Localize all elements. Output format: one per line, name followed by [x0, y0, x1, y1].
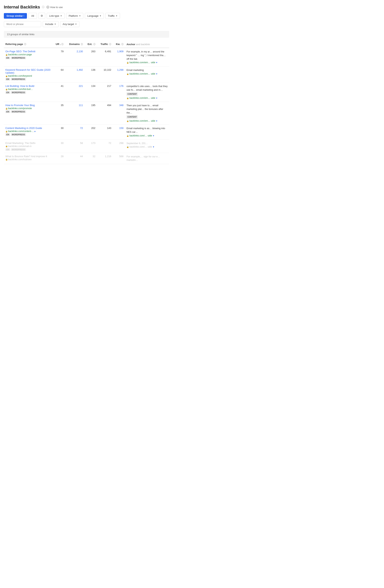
col-traffic[interactable]: Traffic ⓘ: [97, 41, 113, 48]
link-type-dropdown[interactable]: Link type ▼: [47, 13, 65, 19]
traffic-cell: 72: [97, 140, 113, 153]
anchor-expand-chevron[interactable]: ▼: [155, 120, 158, 122]
anchor-cell: Email marketing🔒 backlinko.com/em… uide …: [125, 66, 169, 83]
header-row: Internal Backlinks ⓘ ? How to use: [4, 5, 169, 10]
page-title-link[interactable]: Email Marketing: The Defin: [5, 142, 51, 145]
tags-row: ENWORDPRESS: [5, 91, 51, 94]
tags-row: ENWORDPRESS: [5, 133, 51, 136]
anchor-url-link[interactable]: 🔒 backlinko.com/… uide: [127, 134, 152, 137]
tag-wordpress: WORDPRESS: [11, 57, 26, 59]
col-ur[interactable]: UR ↓ⓘ: [52, 41, 65, 48]
toolbar: Group similar i All ⚙ Link type ▼ Platfo…: [4, 13, 169, 19]
title-info-icon[interactable]: ⓘ: [42, 5, 45, 9]
ur-cell: 41: [52, 83, 65, 102]
filter-row: Include ▼ Any target ▼: [4, 21, 169, 27]
page-title-link[interactable]: List Building: How to Build: [5, 84, 51, 87]
lock-icon: 🔒: [5, 75, 8, 77]
include-dropdown[interactable]: Include ▼: [43, 21, 59, 27]
page-url-link[interactable]: 🔒 backlinko.com/hub/seo: [5, 158, 32, 161]
word-phrase-input[interactable]: [4, 21, 41, 27]
tag-wordpress: WORDPRESS: [11, 110, 26, 113]
tag-en: EN: [5, 133, 10, 136]
table-row: Content Marketing in 2020 Guide🔒 backlin…: [4, 125, 169, 140]
platform-dropdown[interactable]: Platform ▼: [66, 13, 83, 19]
page-url-link[interactable]: 🔒 backlinko.com/content-…: [5, 130, 34, 133]
tag-en: EN: [5, 148, 10, 151]
language-arrow: ▼: [99, 15, 101, 17]
referring-page-cell: How to Promote Your Blog🔒 backlinko.com/…: [4, 102, 52, 125]
page-title-link[interactable]: What Is Bounce Rate? And improve It: [5, 155, 51, 158]
referring-page-cell: Keyword Research for SEC Guide (2020 Upd…: [4, 66, 52, 83]
page-title-link[interactable]: On-Page SEO: The Definiti: [5, 50, 51, 53]
ur-cell: 35: [52, 102, 65, 125]
col-kw[interactable]: Kw. ⓘ: [113, 41, 125, 48]
page-url-link[interactable]: 🔒 backlinko.com/email-m: [5, 145, 32, 147]
referring-page-info[interactable]: ⓘ: [24, 43, 26, 45]
page-title-link[interactable]: How to Promote Your Blog: [5, 104, 51, 107]
anchor-url-link[interactable]: 🔒 backlinko.com/em… uide: [127, 61, 155, 64]
lock-icon: 🔒: [5, 145, 8, 147]
anchor-url-link[interactable]: 🔒 backlinko.com/em… uide: [127, 120, 155, 122]
any-target-arrow: ▼: [75, 23, 77, 25]
ur-cell: 30: [52, 125, 65, 140]
url-expand-arrow[interactable]: ▼: [34, 130, 36, 133]
tags-row: ENWORDPRESS: [5, 110, 51, 113]
ext-cell: 134: [84, 83, 97, 102]
table-row: Keyword Research for SEC Guide (2020 Upd…: [4, 66, 169, 83]
ur-cell: 28: [52, 153, 65, 164]
page-url-link[interactable]: 🔒 backlinko.com/on-page: [5, 53, 32, 56]
tag-en: EN: [5, 91, 10, 94]
settings-button[interactable]: ⚙: [39, 13, 45, 19]
anchor-expand-chevron[interactable]: ▼: [152, 135, 155, 137]
domains-cell: 1,492: [65, 66, 84, 83]
how-to-use-link[interactable]: ? How to use: [46, 6, 63, 9]
anchor-url-link[interactable]: 🔒 backlinko.com/… uide: [127, 146, 152, 148]
group-similar-info: i: [24, 15, 24, 17]
referring-page-cell: On-Page SEO: The Definiti🔒 backlinko.com…: [4, 48, 52, 66]
col-anchor: Anchor and backlink: [125, 41, 169, 48]
anchor-text: competitor's site uses… tools that they …: [127, 85, 168, 91]
referring-page-cell: Content Marketing in 2020 Guide🔒 backlin…: [4, 125, 52, 140]
page-url-link[interactable]: 🔒 backlinko.com/promote: [5, 107, 32, 110]
any-target-dropdown[interactable]: Any target ▼: [60, 21, 79, 27]
domains-cell: 221: [65, 83, 84, 102]
anchor-expand-chevron[interactable]: ▼: [152, 146, 155, 148]
link-type-arrow: ▼: [60, 15, 62, 17]
lock-icon: 🔒: [5, 130, 8, 132]
anchor-expand-chevron[interactable]: ▼: [155, 73, 158, 75]
tag-wordpress: WORDPRESS: [11, 91, 26, 94]
page-title: Internal Backlinks: [4, 5, 40, 10]
ext-cell: 195: [84, 102, 97, 125]
tag-en: EN: [5, 78, 10, 81]
lock-icon: 🔒: [5, 158, 8, 160]
anchor-cell: Email marketing is as… blowing into NES …: [125, 125, 169, 140]
anchor-expand-chevron[interactable]: ▼: [155, 62, 158, 63]
lock-icon: 🔒: [5, 54, 8, 56]
group-similar-button[interactable]: Group similar i: [4, 13, 27, 19]
anchor-url-link[interactable]: 🔒 backlinko.com/em… uide: [127, 97, 155, 99]
anchor-lock-icon: 🔒: [127, 97, 129, 99]
page-url-link[interactable]: 🔒 backlinko.com/keyword: [5, 75, 32, 77]
traffic-dropdown[interactable]: Traffic ▼: [105, 13, 120, 19]
anchor-lock-icon: 🔒: [127, 120, 129, 122]
all-button[interactable]: All: [28, 13, 37, 19]
col-domains[interactable]: Domains ⓘ: [65, 41, 84, 48]
anchor-lock-icon: 🔒: [127, 135, 129, 137]
anchor-url-link[interactable]: 🔒 backlinko.com/em… uide: [127, 72, 155, 75]
domains-cell: 44: [65, 153, 84, 164]
anchor-text: Email marketing: [127, 69, 144, 71]
platform-arrow: ▼: [79, 15, 81, 17]
anchor-lock-icon: 🔒: [127, 62, 129, 63]
page-title-link[interactable]: Content Marketing in 2020 Guide: [5, 127, 51, 129]
page-url-link[interactable]: 🔒 backlinko.com/list-buil…: [5, 88, 33, 90]
anchor-expand-chevron[interactable]: ▼: [155, 97, 158, 99]
table-row: How to Promote Your Blog🔒 backlinko.com/…: [4, 102, 169, 125]
content-badge: CONTENT: [127, 115, 138, 119]
tag-wordpress: WORDPRESS: [11, 78, 26, 81]
page-title-link[interactable]: Keyword Research for SEC Guide (2020 Upd…: [5, 68, 51, 74]
kw-cell: 176: [113, 83, 125, 102]
language-dropdown[interactable]: Language ▼: [85, 13, 104, 19]
col-ext[interactable]: Ext. ⓘ: [84, 41, 97, 48]
backlinks-table: Referring page ⓘ UR ↓ⓘ Domains ⓘ Ext. ⓘ …: [4, 41, 169, 164]
lock-icon: 🔒: [5, 88, 8, 90]
